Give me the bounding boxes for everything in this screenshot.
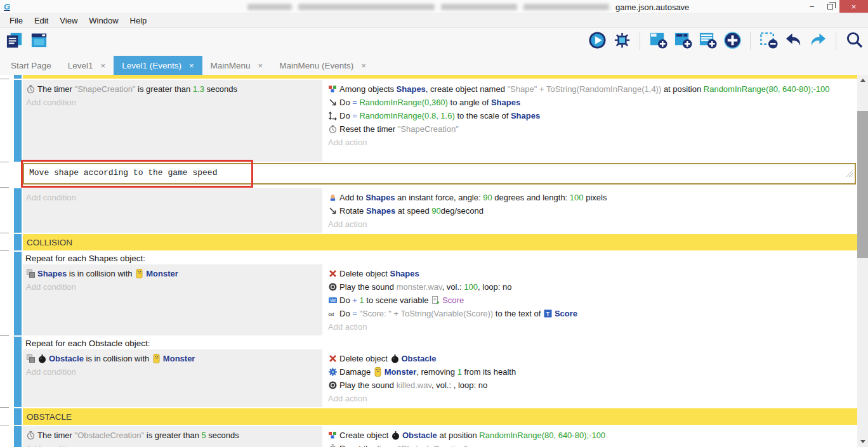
action-line[interactable]: VarDo + 1 to scene variable Score: [327, 294, 853, 307]
tab-start-page[interactable]: Start Page: [3, 56, 60, 75]
menu-view[interactable]: View: [54, 16, 83, 25]
tab-mainmenu-events-[interactable]: MainMenu (Events)×: [271, 56, 374, 75]
add-event-button[interactable]: [648, 31, 668, 51]
redo-button[interactable]: [808, 31, 828, 51]
add-comment-button[interactable]: [697, 31, 718, 51]
object-name: Monster: [385, 367, 417, 377]
condition-line[interactable]: The timer "ShapeCreation" is greater tha…: [25, 82, 319, 96]
conditions-cell[interactable]: Shapes is in collision with MonsterAdd c…: [23, 264, 322, 335]
tab-level1-events-[interactable]: Level1 (Events)×: [114, 56, 202, 75]
add-event-icon: [649, 31, 667, 51]
delete-event-button[interactable]: [758, 31, 779, 51]
actions-cell[interactable]: Delete object ShapesPlay the sound monst…: [325, 264, 857, 335]
add-condition-button[interactable]: Add condition: [25, 191, 319, 204]
action-line[interactable]: Add to Shapes an instant force, angle: 9…: [327, 191, 853, 204]
text-object-icon: T: [543, 309, 553, 318]
action-line[interactable]: Create object Obstacle at position Rando…: [327, 429, 853, 442]
condition-line[interactable]: Obstacle is in collision with Monster: [25, 352, 319, 365]
action-line[interactable]: Play the sound monster.wav, vol.: 100, l…: [327, 280, 853, 294]
add-subevent-button[interactable]: [673, 31, 693, 51]
gutter-tick: [0, 79, 9, 79]
play-button[interactable]: [587, 31, 607, 51]
action-line[interactable]: Damage Monster, removing 1 from its heal…: [327, 365, 853, 379]
search-button[interactable]: [844, 31, 864, 51]
play-icon: [588, 31, 607, 51]
add-action-button[interactable]: Add action: [327, 136, 853, 149]
add-action-button[interactable]: Add action: [327, 217, 853, 231]
debugger-button[interactable]: [612, 31, 632, 51]
restore-button[interactable]: [821, 0, 839, 13]
action-line[interactable]: Delete object Shapes: [327, 267, 853, 280]
event-selection-bar[interactable]: [14, 337, 22, 407]
toolbar-left: [4, 31, 49, 51]
menu-window[interactable]: Window: [83, 16, 124, 25]
resize-grip-icon[interactable]: [846, 170, 853, 178]
group-band-label[interactable]: OBSTACLE: [23, 408, 857, 425]
conditions-cell[interactable]: The timer "ShapeCreation" is greater tha…: [23, 80, 322, 162]
scene-variable-icon: [431, 295, 440, 305]
action-line[interactable]: Reset the timer "ObstacleCreation": [327, 442, 853, 447]
action-line[interactable]: txtDo = "Score: " + ToString(Variable(Sc…: [327, 307, 853, 320]
start-page-button[interactable]: [29, 31, 49, 51]
action-line[interactable]: Among objects Shapes, create object name…: [327, 82, 853, 96]
event-selection-bar[interactable]: [14, 234, 22, 250]
event-selection-bar[interactable]: [14, 75, 22, 79]
scrollbar-thumb[interactable]: [857, 111, 868, 258]
conditions-cell[interactable]: The timer "ObstacleCreation" is greater …: [23, 426, 322, 447]
scroll-up-button[interactable]: [857, 75, 868, 86]
conditions-cell[interactable]: Add condition: [23, 188, 322, 233]
action-line[interactable]: Rotate Shapes at speed 90deg/second: [327, 204, 853, 217]
gutter-tick: [0, 233, 9, 233]
event-selection-bar[interactable]: [14, 426, 22, 447]
foreach-header[interactable]: Repeat for each Shapes object:: [23, 252, 857, 264]
event-selection-bar[interactable]: [14, 188, 22, 233]
tab-label: Level1 (Events): [122, 61, 181, 70]
comment-textarea[interactable]: Move shape according to the game speed: [23, 163, 856, 185]
event-selection-bar[interactable]: [14, 408, 22, 425]
project-manager-button[interactable]: [4, 31, 24, 51]
action-line[interactable]: Do = RandomInRange(0.8, 1.6) to the scal…: [327, 109, 853, 122]
add-condition-button[interactable]: Add condition: [25, 442, 319, 447]
add-other-button[interactable]: [722, 31, 742, 51]
menu-file[interactable]: File: [4, 16, 29, 25]
window-title-text: game.json.autosave: [615, 3, 689, 12]
tab-label: Start Page: [11, 61, 51, 70]
actions-cell[interactable]: Add to Shapes an instant force, angle: 9…: [325, 188, 857, 233]
actions-cell[interactable]: Delete object ObstacleDamage Monster, re…: [325, 349, 857, 407]
conditions-cell[interactable]: Obstacle is in collision with MonsterAdd…: [23, 349, 322, 407]
actions-cell[interactable]: Create object Obstacle at position Rando…: [325, 426, 857, 447]
menu-edit[interactable]: Edit: [29, 16, 54, 25]
scroll-down-button[interactable]: [857, 436, 868, 447]
vertical-scrollbar[interactable]: [857, 75, 868, 447]
event-text: 100: [464, 282, 478, 292]
add-action-button[interactable]: Add action: [327, 320, 853, 334]
add-condition-button[interactable]: Add condition: [25, 96, 319, 109]
condition-line[interactable]: Shapes is in collision with Monster: [25, 267, 319, 280]
add-action-button[interactable]: Add action: [327, 392, 853, 405]
tab-level1[interactable]: Level1×: [60, 56, 114, 75]
tab-close-icon[interactable]: ×: [189, 61, 194, 70]
toolbar-separator: [750, 32, 751, 50]
action-line[interactable]: Delete object Obstacle: [327, 352, 853, 365]
group-band-label[interactable]: COLLISION: [23, 234, 857, 250]
action-line[interactable]: Do = RandomInRange(0,360) to angle of Sh…: [327, 96, 853, 109]
tab-close-icon[interactable]: ×: [101, 61, 106, 70]
minimize-button[interactable]: –: [803, 0, 821, 13]
tab-close-icon[interactable]: ×: [258, 61, 263, 70]
foreach-header[interactable]: Repeat for each Obstacle object:: [23, 337, 857, 349]
action-line[interactable]: Reset the timer "ShapeCreation": [327, 122, 853, 136]
timer-icon: [328, 444, 338, 447]
undo-button[interactable]: [783, 31, 803, 51]
add-condition-button[interactable]: Add condition: [25, 365, 319, 379]
action-line[interactable]: Play the sound killed.wav, vol.: , loop:…: [327, 379, 853, 392]
tab-mainmenu[interactable]: MainMenu×: [202, 56, 272, 75]
event-selection-bar[interactable]: [14, 80, 22, 162]
actions-cell[interactable]: Among objects Shapes, create object name…: [325, 80, 857, 162]
condition-line[interactable]: The timer "ObstacleCreation" is greater …: [25, 429, 319, 442]
menu-help[interactable]: Help: [124, 16, 153, 25]
event-selection-bar[interactable]: [14, 252, 22, 335]
tab-close-icon[interactable]: ×: [361, 61, 366, 70]
close-button[interactable]: ×: [839, 0, 868, 13]
add-condition-button[interactable]: Add condition: [25, 280, 319, 294]
monster-icon: [152, 354, 161, 363]
